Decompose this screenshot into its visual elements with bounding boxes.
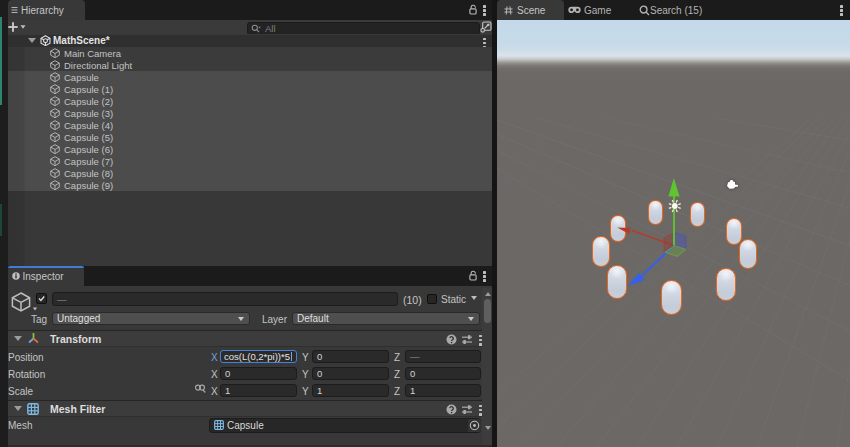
gameobject-cube-icon[interactable] [10, 291, 32, 313]
mesh-value: Capsule [227, 420, 264, 431]
scale-x-field[interactable]: 1 [220, 384, 297, 398]
gameobject-icon [50, 108, 60, 118]
hierarchy-panel: Hierarchy [8, 0, 492, 266]
scale-y-label: Y [302, 386, 309, 397]
position-x-value: cos(L(0,2*pi))*5 [224, 351, 290, 362]
rotation-x-field[interactable]: 0 [220, 367, 297, 381]
layer-dropdown[interactable]: Default [292, 312, 480, 325]
hierarchy-item-label: Capsule (1) [64, 84, 113, 95]
scene-viewport[interactable] [497, 20, 850, 447]
static-dropdown-caret[interactable] [471, 296, 477, 300]
position-z-label: Z [394, 352, 400, 363]
lock-icon[interactable] [469, 4, 477, 15]
link-scale-icon[interactable] [194, 382, 206, 394]
gameobject-icon [50, 156, 60, 166]
static-checkbox[interactable] [427, 294, 437, 304]
tag-dropdown-caret [238, 317, 244, 321]
tab-scene[interactable]: Scene [497, 0, 564, 20]
hierarchy-scene-row[interactable]: MathScene* [8, 35, 492, 48]
create-object-button[interactable] [8, 21, 34, 33]
hierarchy-item[interactable]: Capsule (1) [8, 83, 492, 95]
position-y-field[interactable]: 0 [312, 350, 389, 364]
inspector-menu-icon[interactable] [483, 271, 486, 282]
tab-game[interactable]: Game [568, 0, 611, 20]
tab-search[interactable]: Search (15) [639, 0, 702, 20]
lock-icon[interactable] [469, 270, 477, 281]
info-icon [12, 272, 20, 280]
rotation-label: Rotation [8, 369, 45, 380]
inspector-tab-label: Inspector [23, 271, 64, 282]
object-picker-icon [469, 420, 480, 431]
rotation-z-value: 0 [410, 368, 415, 379]
transform-foldout-icon[interactable] [14, 336, 22, 341]
scale-y-field[interactable]: 1 [312, 384, 389, 398]
focused-tab-indicator [8, 266, 84, 268]
create-dropdown-caret [20, 25, 25, 28]
position-z-field[interactable]: — [405, 350, 481, 364]
hierarchy-menu-icon[interactable] [483, 5, 486, 16]
mesh-object-field[interactable]: Capsule [209, 418, 481, 433]
gameobject-icon [50, 48, 60, 58]
hierarchy-item-label: Capsule (8) [64, 168, 113, 179]
tab-inspector[interactable]: Inspector [8, 266, 84, 286]
mesh-filter-icon [27, 403, 39, 415]
scrollbar-down-icon[interactable] [485, 426, 491, 430]
hierarchy-item[interactable]: Capsule (3) [8, 107, 492, 119]
scene-foldout-icon[interactable] [28, 38, 36, 43]
hierarchy-item[interactable]: Capsule (6) [8, 143, 492, 155]
help-icon[interactable] [446, 334, 457, 345]
rotation-y-value: 0 [317, 368, 322, 379]
rotation-z-field[interactable]: 0 [405, 367, 481, 381]
hierarchy-item[interactable]: Capsule (9) [8, 179, 492, 191]
mesh-filter-header[interactable]: Mesh Filter [8, 400, 492, 417]
window-left-edge [0, 0, 8, 447]
hierarchy-item[interactable]: Capsule (2) [8, 95, 492, 107]
rotation-y-field[interactable]: 0 [312, 367, 389, 381]
search-placeholder: All [265, 23, 276, 34]
scene-menu-icon[interactable] [840, 5, 843, 16]
open-search-window-icon[interactable] [480, 21, 492, 33]
gameobject-icon [50, 168, 60, 178]
hierarchy-item-label: Capsule (6) [64, 144, 113, 155]
scale-z-field[interactable]: 1 [405, 384, 481, 398]
tab-hierarchy[interactable]: Hierarchy [8, 0, 85, 20]
hierarchy-item-label: Directional Light [64, 60, 132, 71]
unity-editor-window: Hierarchy [0, 0, 850, 447]
game-tab-label: Game [584, 5, 611, 16]
gameobject-icon-caret[interactable] [33, 308, 37, 311]
scrollbar-thumb[interactable] [484, 299, 491, 323]
mesh-label: Mesh [8, 420, 32, 431]
scale-y-value: 1 [317, 385, 322, 396]
hierarchy-item[interactable]: Capsule (7) [8, 155, 492, 167]
position-y-value: 0 [317, 351, 322, 362]
hierarchy-item[interactable]: Capsule (5) [8, 131, 492, 143]
presets-icon[interactable] [461, 334, 473, 345]
position-y-label: Y [302, 352, 309, 363]
help-icon[interactable] [446, 404, 457, 415]
tag-label: Tag [31, 314, 47, 325]
position-x-field[interactable]: cos(L(0,2*pi))*5 [220, 350, 297, 364]
gameobject-name-field[interactable]: — [52, 292, 398, 306]
tag-dropdown[interactable]: Untagged [52, 312, 250, 325]
hierarchy-item[interactable]: Capsule (8) [8, 167, 492, 179]
hierarchy-item-label: Capsule (5) [64, 132, 113, 143]
hierarchy-item[interactable]: Directional Light [8, 59, 492, 71]
enabled-checkbox[interactable] [36, 293, 47, 304]
object-picker-button[interactable] [468, 419, 481, 432]
presets-icon[interactable] [461, 404, 473, 415]
transform-header[interactable]: Transform [8, 330, 492, 347]
name-field-value: — [57, 294, 67, 305]
hierarchy-item[interactable]: Main Camera [8, 47, 492, 59]
hierarchy-item[interactable]: Capsule (4) [8, 119, 492, 131]
search-tab-icon [639, 5, 650, 16]
hierarchy-item[interactable]: Capsule [8, 71, 492, 83]
mesh-filter-foldout-icon[interactable] [14, 406, 22, 411]
gameobject-icon [50, 72, 60, 82]
scale-label: Scale [8, 386, 33, 397]
left-accent-line-dim [0, 204, 2, 236]
transform-title: Transform [50, 333, 101, 345]
scrollbar-up-icon[interactable] [485, 292, 491, 296]
hierarchy-search-field[interactable]: All [247, 22, 480, 35]
position-label: Position [8, 352, 44, 363]
gameobject-icon [50, 60, 60, 70]
